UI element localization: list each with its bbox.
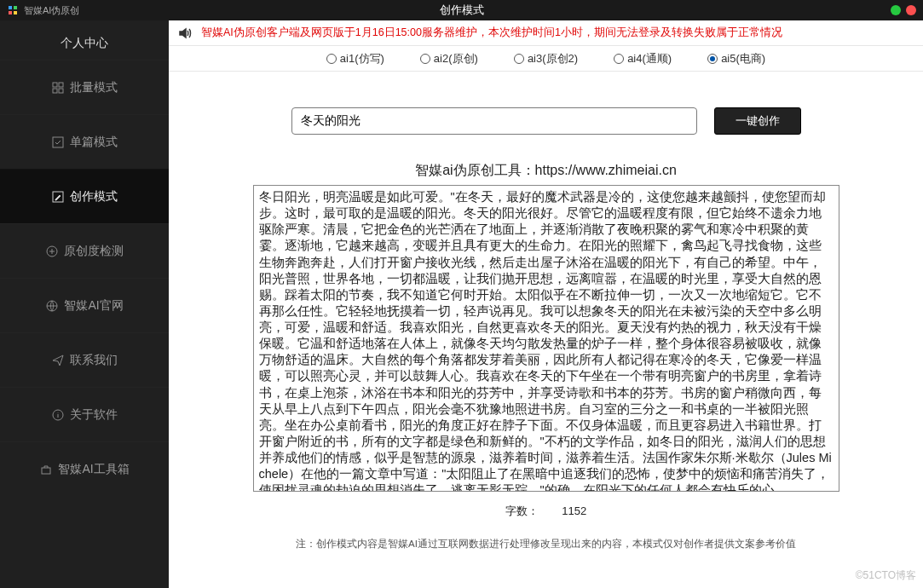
- radio-label: ai4(通顺): [627, 51, 672, 66]
- sidebar-item-toolbox[interactable]: 智媒AI工具箱: [0, 441, 169, 496]
- toolbox-icon: [39, 463, 53, 476]
- radio-ai2[interactable]: ai2(原创): [420, 51, 478, 66]
- speaker-icon[interactable]: [176, 24, 194, 43]
- svg-rect-1: [14, 6, 17, 9]
- word-count: 字数： 1152: [169, 492, 923, 524]
- sidebar-item-original-check[interactable]: 原创度检测: [0, 223, 169, 278]
- svg-rect-3: [14, 11, 17, 14]
- window-close-button[interactable]: [906, 5, 916, 15]
- mode-radio-group: ai1(仿写) ai2(原创) ai3(原创2) ai4(通顺) ai5(电商): [169, 46, 923, 72]
- watermark: ©51CTO博客: [856, 568, 916, 583]
- word-count-value: 1152: [562, 504, 586, 517]
- svg-rect-8: [53, 137, 63, 147]
- window-minimize-button[interactable]: [891, 5, 901, 15]
- sidebar-item-label: 智媒AI官网: [64, 298, 123, 314]
- sidebar-item-label: 单篇模式: [70, 135, 118, 150]
- title-bar: 智媒AI伪原创 创作模式: [0, 0, 923, 20]
- radio-label: ai3(原创2): [528, 51, 578, 66]
- svg-rect-0: [9, 6, 12, 9]
- sidebar-item-label: 智媒AI工具箱: [58, 462, 129, 477]
- svg-rect-5: [59, 83, 63, 87]
- radio-label: ai5(电商): [721, 51, 765, 66]
- create-button[interactable]: 一键创作: [714, 107, 801, 135]
- sidebar-item-batch[interactable]: 批量模式: [0, 60, 169, 114]
- sidebar-item-label: 联系我们: [70, 353, 118, 368]
- grid-icon: [51, 81, 65, 95]
- check-icon: [51, 135, 65, 149]
- radio-ai1[interactable]: ai1(仿写): [326, 51, 384, 66]
- radio-label: ai2(原创): [434, 51, 478, 66]
- radio-ai3[interactable]: ai3(原创2): [514, 51, 578, 66]
- sidebar-item-label: 关于软件: [70, 407, 118, 423]
- svg-rect-6: [53, 89, 57, 93]
- word-count-label: 字数：: [505, 504, 539, 517]
- info-icon: [51, 408, 65, 422]
- app-title: 智媒AI伪原创: [24, 4, 79, 17]
- sidebar-item-website[interactable]: 智媒AI官网: [0, 278, 169, 332]
- footnote: 注：创作模式内容是智媒AI通过互联网数据进行处理修改呈现出来的内容，本模式仅对创…: [169, 524, 923, 556]
- radio-label: ai1(仿写): [340, 51, 384, 66]
- pencil-icon: [51, 190, 65, 204]
- svg-rect-2: [9, 11, 12, 14]
- sidebar-item-contact[interactable]: 联系我们: [0, 332, 169, 387]
- notice-text: 智媒AI伪原创客户端及网页版于1月16日15:00服务器维护，本次维护时间1小时…: [201, 26, 782, 40]
- radio-ai5[interactable]: ai5(电商): [707, 51, 765, 66]
- window-mode-title: 创作模式: [440, 3, 484, 18]
- main-panel: 智媒AI伪原创客户端及网页版于1月16日15:00服务器维护，本次维护时间1小时…: [169, 20, 923, 588]
- sidebar-item-create[interactable]: 创作模式: [0, 169, 169, 223]
- output-textarea[interactable]: [253, 185, 839, 492]
- svg-rect-4: [53, 83, 57, 87]
- sidebar-top-user[interactable]: 个人中心: [0, 27, 169, 60]
- svg-rect-13: [42, 468, 50, 474]
- sidebar-item-about[interactable]: 关于软件: [0, 387, 169, 441]
- radio-ai4[interactable]: ai4(通顺): [614, 51, 672, 66]
- tool-title: 智媒ai伪原创工具：https://www.zhimeiai.cn: [169, 162, 923, 180]
- send-icon: [51, 354, 65, 367]
- sidebar-item-label: 原创度检测: [64, 244, 124, 259]
- sidebar: 个人中心 批量模式 单篇模式 创作模式 原创度检测 智媒AI官网 联系我们 关于…: [0, 20, 169, 588]
- svg-rect-7: [59, 89, 63, 93]
- app-icon: [7, 4, 19, 16]
- shield-icon: [45, 245, 59, 258]
- globe-icon: [45, 299, 59, 313]
- sidebar-item-label: 创作模式: [70, 189, 118, 205]
- sidebar-item-single[interactable]: 单篇模式: [0, 114, 169, 169]
- sidebar-item-label: 批量模式: [70, 80, 118, 95]
- topic-input[interactable]: [291, 107, 697, 135]
